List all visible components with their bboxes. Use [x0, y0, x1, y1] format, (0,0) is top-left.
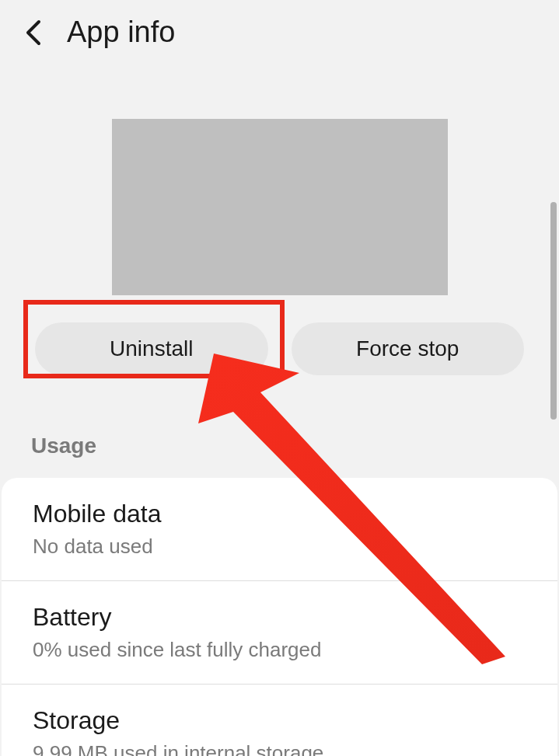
battery-title: Battery — [33, 603, 526, 632]
mobile-data-subtitle: No data used — [33, 535, 526, 559]
storage-title: Storage — [33, 706, 526, 735]
back-icon[interactable] — [23, 19, 44, 47]
usage-section-header: Usage — [0, 402, 559, 470]
mobile-data-title: Mobile data — [33, 500, 526, 528]
app-bar: App info — [0, 0, 559, 64]
action-buttons-row: Uninstall Force stop — [0, 295, 559, 402]
page-title: App info — [67, 16, 175, 49]
force-stop-button[interactable]: Force stop — [292, 322, 525, 375]
battery-subtitle: 0% used since last fully charged — [33, 638, 526, 662]
storage-item[interactable]: Storage 9.99 MB used in internal storage — [2, 685, 557, 756]
uninstall-button[interactable]: Uninstall — [35, 322, 268, 375]
app-icon-placeholder — [112, 119, 448, 295]
mobile-data-item[interactable]: Mobile data No data used — [2, 478, 557, 581]
battery-item[interactable]: Battery 0% used since last fully charged — [2, 581, 557, 685]
scroll-indicator[interactable] — [550, 202, 557, 420]
usage-card: Mobile data No data used Battery 0% used… — [2, 478, 557, 756]
storage-subtitle: 9.99 MB used in internal storage — [33, 741, 526, 756]
